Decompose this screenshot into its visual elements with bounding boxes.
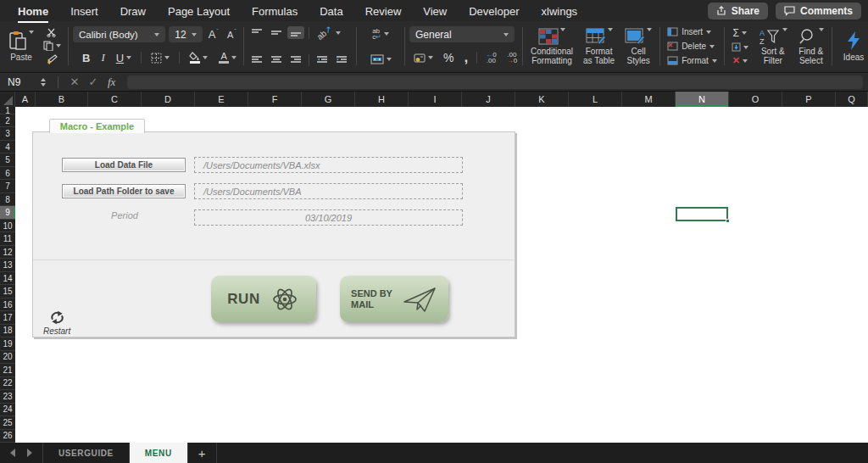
column-header-p[interactable]: P — [782, 92, 836, 107]
underline-button[interactable]: U — [114, 50, 134, 66]
select-all-corner[interactable] — [0, 92, 15, 107]
menu-item-xlwings[interactable]: xlwings — [531, 2, 589, 20]
ideas-button[interactable]: Ideas — [837, 25, 868, 68]
decrease-decimal-button[interactable]: .00→0 — [504, 50, 520, 65]
period-field[interactable]: 03/10/2019 — [194, 209, 463, 226]
align-left-button[interactable] — [248, 53, 265, 66]
confirm-formula-button[interactable]: ✓ — [84, 75, 103, 88]
menu-item-developer[interactable]: Developer — [458, 2, 530, 20]
fill-button[interactable] — [729, 41, 751, 53]
row-header-1[interactable]: 1 — [0, 107, 15, 114]
percent-button[interactable]: % — [441, 49, 456, 66]
cut-button[interactable] — [41, 26, 64, 39]
menu-item-page-layout[interactable]: Page Layout — [157, 2, 241, 20]
menu-item-insert[interactable]: Insert — [59, 2, 109, 20]
bold-button[interactable]: B — [80, 50, 92, 66]
align-bottom-button[interactable] — [287, 26, 304, 39]
row-header-25[interactable]: 25 — [0, 416, 15, 429]
selected-cell-n9[interactable] — [676, 207, 728, 221]
column-header-h[interactable]: H — [355, 92, 409, 107]
column-header-c[interactable]: C — [88, 92, 142, 107]
column-header-m[interactable]: M — [622, 92, 676, 107]
menu-item-data[interactable]: Data — [309, 2, 353, 20]
comma-button[interactable]: , — [461, 53, 470, 63]
paste-button[interactable]: Paste — [5, 25, 37, 68]
merge-center-button[interactable] — [361, 53, 400, 66]
cancel-formula-button[interactable]: ✕ — [65, 75, 84, 88]
next-sheet-arrow[interactable] — [27, 449, 32, 457]
comments-button[interactable]: Comments — [776, 3, 861, 20]
align-middle-button[interactable] — [268, 26, 285, 39]
row-header-12[interactable]: 12 — [0, 246, 15, 259]
fill-handle[interactable] — [726, 219, 730, 223]
menu-item-review[interactable]: Review — [354, 2, 413, 20]
increase-indent-button[interactable] — [333, 53, 350, 66]
row-header-13[interactable]: 13 — [0, 259, 15, 271]
format-as-table-button[interactable]: Formatas Table — [580, 25, 618, 68]
format-cells-button[interactable]: Format — [665, 54, 720, 67]
row-header-18[interactable]: 18 — [0, 325, 15, 337]
row-header-4[interactable]: 4 — [0, 141, 15, 153]
conditional-formatting-button[interactable]: ConditionalFormatting — [527, 25, 576, 68]
row-header-24[interactable]: 24 — [0, 404, 15, 416]
column-header-g[interactable]: G — [302, 92, 355, 107]
row-header-9[interactable]: 9 — [0, 206, 15, 219]
sheet-tab-userguide[interactable]: USERGUIDE — [43, 443, 130, 463]
column-header-o[interactable]: O — [729, 92, 782, 107]
row-header-26[interactable]: 26 — [0, 430, 15, 443]
column-header-l[interactable]: L — [569, 92, 622, 107]
format-painter-button[interactable] — [41, 53, 64, 66]
wrap-text-button[interactable]: abc↵ — [361, 26, 400, 42]
prev-sheet-arrow[interactable] — [10, 449, 15, 457]
run-button[interactable]: RUN — [211, 276, 316, 322]
share-button[interactable]: Share — [708, 3, 768, 20]
orientation-button[interactable]: ab↗ — [314, 26, 343, 39]
column-header-b[interactable]: B — [36, 92, 88, 107]
font-size-select[interactable]: 12 — [169, 26, 202, 42]
row-header-2[interactable]: 2 — [0, 114, 15, 127]
formula-input[interactable] — [127, 75, 863, 89]
menu-item-home[interactable]: Home — [7, 2, 59, 20]
row-header-8[interactable]: 8 — [0, 193, 15, 206]
name-box-stepper[interactable] — [41, 78, 46, 86]
find-select-button[interactable]: Find &Select — [795, 25, 827, 68]
row-header-14[interactable]: 14 — [0, 272, 15, 285]
column-header-q[interactable]: Q — [836, 92, 868, 107]
name-box[interactable]: N9 — [0, 76, 41, 88]
insert-cells-button[interactable]: Insert — [665, 25, 720, 38]
delete-cells-button[interactable]: Delete — [665, 40, 720, 53]
decrease-font-button[interactable]: Aˇ — [225, 28, 239, 42]
sort-filter-button[interactable]: A Z Sort &Filter — [755, 25, 791, 68]
row-header-20[interactable]: 20 — [0, 351, 15, 364]
menu-item-formulas[interactable]: Formulas — [241, 2, 309, 20]
borders-button[interactable] — [148, 51, 172, 65]
number-format-select[interactable]: General — [409, 26, 515, 42]
load-path-folder-button[interactable]: Load Path Folder to save — [62, 184, 186, 198]
menu-item-view[interactable]: View — [412, 2, 458, 20]
row-header-22[interactable]: 22 — [0, 377, 15, 390]
column-header-i[interactable]: I — [409, 92, 462, 107]
row-header-6[interactable]: 6 — [0, 167, 15, 180]
increase-font-button[interactable]: Aˆ — [206, 26, 221, 42]
column-header-f[interactable]: F — [248, 92, 302, 107]
align-center-button[interactable] — [268, 53, 285, 66]
clear-button[interactable]: ✕ — [729, 53, 751, 68]
row-header-3[interactable]: 3 — [0, 127, 15, 140]
row-header-23[interactable]: 23 — [0, 390, 15, 403]
row-header-19[interactable]: 19 — [0, 337, 15, 350]
align-top-button[interactable] — [248, 26, 265, 39]
increase-decimal-button[interactable]: ←0.00 — [483, 50, 498, 65]
row-header-5[interactable]: 5 — [0, 153, 15, 166]
send-by-mail-button[interactable]: SEND BYMAIL — [340, 276, 448, 322]
row-header-15[interactable]: 15 — [0, 285, 15, 298]
column-header-k[interactable]: K — [515, 92, 569, 107]
cell-styles-button[interactable]: CellStyles — [621, 25, 655, 68]
column-header-e[interactable]: E — [195, 92, 248, 107]
column-header-n[interactable]: N — [676, 92, 729, 107]
row-header-16[interactable]: 16 — [0, 298, 15, 311]
restart-button[interactable]: Restart — [43, 310, 70, 336]
copy-button[interactable] — [41, 39, 64, 53]
save-folder-path-field[interactable]: /Users/Documents/VBA — [194, 183, 463, 199]
autosum-button[interactable]: Σ — [729, 25, 751, 41]
column-header-d[interactable]: D — [142, 92, 195, 107]
